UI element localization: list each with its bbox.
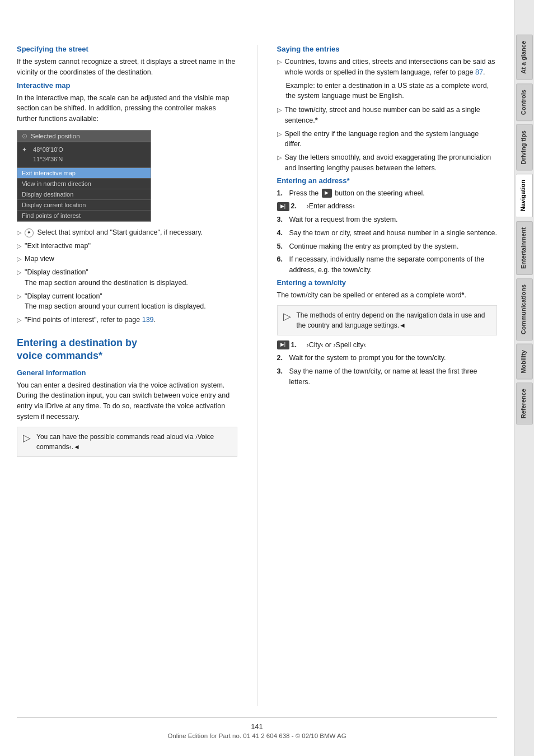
map-item-4: Find points of interest [17, 211, 151, 221]
general-info-body: You can enter a desired destination via … [17, 380, 237, 422]
map-header-text: Selected position [31, 133, 80, 139]
interactive-map-heading: Interactive map [17, 81, 237, 90]
town-step-3: 3. Say the name of the town/city, or nam… [277, 366, 498, 388]
saying-bullet-2: ▷ Say the letters smoothly, and avoid ex… [277, 152, 498, 174]
map-bullet-3: ▷ "Display destination"The map section a… [17, 267, 237, 288]
map-bullet-0: ▷ ✦ Select that symbol and "Start guidan… [17, 227, 237, 238]
entering-address-heading: Entering an address* [277, 176, 498, 185]
sidebar-tab-driving-tips[interactable]: Driving tips [516, 124, 533, 171]
steering-wheel-button-icon: ▶ [322, 189, 332, 198]
entering-destination-heading: Entering a destination byvoice commands* [17, 337, 237, 363]
general-info-box-text: You can have the possible commands read … [36, 432, 231, 452]
general-info-heading: General information [17, 368, 237, 377]
interactive-map-section: Interactive map In the interactive map, … [17, 81, 237, 325]
bullet-triangle-0: ▷ [17, 228, 21, 237]
map-coords: ✦ 48°08'10'O 11°34'36'N [17, 142, 151, 168]
map-box: ⊙ Selected position ✦ 48°08'10'O 11°34'3… [17, 130, 151, 222]
address-step-2: ▶| 2. ›Enter address‹ [277, 201, 498, 212]
map-bullet-2: ▷ Map view [17, 254, 237, 264]
address-step-3: 3. Wait for a request from the system. [277, 214, 498, 225]
address-step-5: 5. Continue making the entry as prompted… [277, 241, 498, 252]
bullet-triangle-4: ▷ [17, 292, 21, 301]
interactive-map-body: In the interactive map, the scale can be… [17, 93, 237, 124]
general-info-box: ▷ You can have the possible commands rea… [17, 427, 237, 457]
town-info-box: ▷ The methods of entry depend on the nav… [277, 305, 498, 335]
bullet-triangle-5: ▷ [17, 315, 21, 325]
page-number: 141 [17, 722, 497, 731]
saying-entries-section: Saying the entries ▷ Countries, towns an… [277, 45, 498, 174]
sidebar: At a glance Controls Driving tips Naviga… [514, 0, 534, 756]
saying-tri-0: ▷ [277, 105, 282, 115]
town-step-1: ▶| 1. ›City‹ or ›Spell city‹ [277, 340, 498, 351]
saying-tri-1: ▷ [277, 129, 282, 139]
main-content: Specifying the street If the system cann… [0, 0, 514, 756]
entering-address-section: Entering an address* 1. Press the ▶ butt… [277, 176, 498, 276]
map-bullet-1: ▷ "Exit interactive map" [17, 241, 237, 251]
right-col: Saying the entries ▷ Countries, towns an… [277, 45, 498, 706]
address-step-4: 4. Say the town or city, street and hous… [277, 228, 498, 239]
map-header-icon: ⊙ [22, 132, 27, 140]
town-info-triangle-icon: ▷ [283, 309, 291, 324]
address-step-6: 6. If necessary, individually name the s… [277, 254, 498, 276]
interactive-map-bullets: ▷ ✦ Select that symbol and "Start guidan… [17, 227, 237, 325]
address-step-1: 1. Press the ▶ button on the steering wh… [277, 188, 498, 199]
map-item-2: Display destination [17, 189, 151, 200]
map-item-0: Exit interactive map [17, 168, 151, 179]
map-item-3: Display current location [17, 200, 151, 211]
sidebar-tab-entertainment[interactable]: Entertainment [516, 221, 533, 275]
town-step-2: 2. Wait for the system to prompt you for… [277, 353, 498, 363]
map-bullet-5: ▷ "Find points of interest", refer to pa… [17, 315, 237, 325]
saying-bullet-0: ▷ The town/city, street and house number… [277, 105, 498, 126]
page-ref-139[interactable]: 139 [142, 316, 154, 324]
two-col: Specifying the street If the system cann… [17, 45, 497, 706]
sidebar-tab-reference[interactable]: Reference [516, 382, 533, 424]
page-ref-87[interactable]: 87 [475, 68, 483, 76]
column-divider [257, 45, 257, 706]
town-info-box-text: The methods of entry depend on the navig… [297, 310, 491, 330]
general-info-section: General information You can enter a desi… [17, 368, 237, 457]
specifying-street-body: If the system cannot recognize a street,… [17, 57, 237, 78]
page-footer: 141 Online Edition for Part no. 01 41 2 … [17, 717, 497, 739]
specifying-street-section: Specifying the street If the system cann… [17, 45, 237, 78]
map-header: ⊙ Selected position [17, 130, 151, 142]
specifying-street-heading: Specifying the street [17, 45, 237, 53]
footer-text: Online Edition for Part no. 01 41 2 604 … [17, 732, 497, 739]
map-coord-line2: 11°34'36'N [33, 155, 146, 165]
bullet-triangle-3: ▷ [17, 268, 21, 277]
sidebar-tab-mobility[interactable]: Mobility [516, 344, 533, 380]
entering-town-heading: Entering a town/city [277, 278, 498, 287]
saying-entries-more-bullets: ▷ The town/city, street and house number… [277, 105, 498, 174]
sidebar-tab-navigation[interactable]: Navigation [516, 174, 533, 217]
entering-address-steps: 1. Press the ▶ button on the steering wh… [277, 188, 498, 276]
map-bullet-4: ▷ "Display current location"The map sect… [17, 291, 237, 312]
info-triangle-icon: ▷ [23, 431, 31, 446]
sidebar-tab-communications[interactable]: Communications [516, 278, 533, 340]
entering-town-body: The town/city can be spelled or entered … [277, 290, 498, 301]
saying-tri-intro: ▷ [277, 57, 282, 67]
step-icon-town-1: ▶| [277, 340, 289, 349]
map-item-1: View in northern direction [17, 179, 151, 189]
entering-town-steps: ▶| 1. ›City‹ or ›Spell city‹ 2. Wait for… [277, 340, 498, 388]
sidebar-tab-at-a-glance[interactable]: At a glance [516, 35, 533, 80]
saying-entries-heading: Saying the entries [277, 45, 498, 53]
map-coord-line1: ✦ 48°08'10'O [22, 145, 146, 155]
saying-tri-2: ▷ [277, 153, 282, 162]
sidebar-tab-controls[interactable]: Controls [516, 83, 533, 121]
page-wrapper: Specifying the street If the system cann… [0, 0, 534, 756]
saying-bullet-intro: ▷ Countries, towns and cities, streets a… [277, 57, 498, 78]
compass-icon: ✦ [25, 228, 34, 237]
step-icon-2: ▶| [277, 202, 289, 211]
saying-bullet-1: ▷ Spell the entry if the language region… [277, 129, 498, 150]
saying-example: Example: to enter a destination in a US … [286, 81, 498, 102]
bullet-triangle-2: ▷ [17, 254, 21, 264]
top-image-area [17, 11, 497, 39]
left-col: Specifying the street If the system cann… [17, 45, 237, 706]
saying-entries-bullets: ▷ Countries, towns and cities, streets a… [277, 57, 498, 78]
entering-town-section: Entering a town/city The town/city can b… [277, 278, 498, 388]
bullet-triangle-1: ▷ [17, 241, 21, 251]
